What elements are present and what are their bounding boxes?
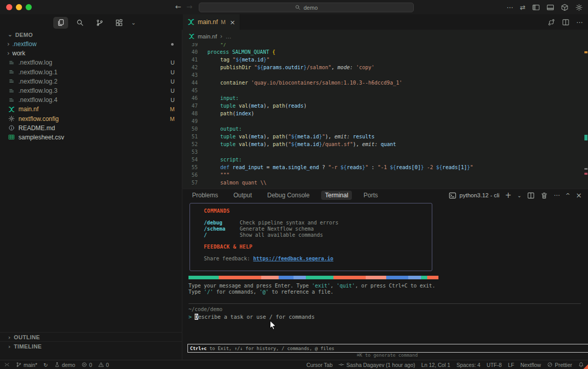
file-row-.nextflow.log.3[interactable]: .nextflow.log.3U <box>0 86 182 95</box>
toggle-sidebar-icon[interactable] <box>532 4 540 11</box>
status-item-sync[interactable]: ↻ <box>44 362 48 368</box>
explorer-files-icon[interactable] <box>53 17 68 29</box>
code-line-54[interactable]: 54script: <box>182 156 584 163</box>
file-row-work[interactable]: ›work <box>0 49 182 58</box>
timeline-section[interactable]: › TIMELINE <box>0 341 182 351</box>
status-item-main-[interactable]: main* <box>16 362 37 368</box>
extensions-icon[interactable] <box>112 17 127 29</box>
titlebar: ← → demo ⋯ ⇄ <box>0 0 588 15</box>
code-line-55[interactable]: 55def read_input = meta.single_end ? "-r… <box>182 163 584 171</box>
maximize-panel-icon[interactable]: ^ <box>565 192 570 199</box>
file-name: .nextflow.log.2 <box>18 78 57 85</box>
code-line-50[interactable]: 50output: <box>182 125 584 133</box>
nextflow-file-icon <box>188 33 195 39</box>
panel-more-icon[interactable]: ⋯ <box>554 192 560 199</box>
file-row-.nextflow.log.2[interactable]: .nextflow.log.2U <box>0 77 182 86</box>
command-center-search[interactable]: demo <box>199 3 414 12</box>
feedback-link[interactable]: https://feedback.seqera.io <box>253 256 333 261</box>
status-item-spaces-4[interactable]: Spaces: 4 <box>456 362 480 368</box>
status-item-sasha-dagayev-1-hour-ago-[interactable]: Sasha Dagayev (1 hour ago) <box>339 362 415 368</box>
activity-more-icon[interactable]: ⌄ <box>131 19 136 26</box>
file-row-.nextflow[interactable]: ›.nextflow <box>0 39 182 49</box>
file-row-.nextflow.log.1[interactable]: .nextflow.log.1U <box>0 68 182 77</box>
code-line-53[interactable]: 53 <box>182 148 584 156</box>
new-terminal-icon[interactable]: + <box>505 191 512 200</box>
code-line-43[interactable]: 43 <box>182 71 584 79</box>
code-line-51[interactable]: 51tuple val(meta), path("${meta.id}"), e… <box>182 133 584 140</box>
panel-tab-output[interactable]: Output <box>230 191 256 200</box>
terminal-profile[interactable]: python3.12 - cli <box>449 192 499 199</box>
code-line-45[interactable]: 45 <box>182 87 584 94</box>
status-item-cursor-tab[interactable]: Cursor Tab <box>306 362 332 368</box>
status-item-lf[interactable]: LF <box>508 362 514 368</box>
more-actions-icon[interactable]: ⋯ <box>507 4 513 11</box>
log-file-icon <box>7 69 15 75</box>
split-terminal-icon[interactable] <box>527 192 535 199</box>
cli-prompt-input[interactable]: > Describe a task or use / for commands <box>188 314 314 320</box>
status-item-remote[interactable] <box>4 362 10 367</box>
code-line-47[interactable]: 47tuple val(meta), path(reads) <box>182 102 584 110</box>
file-row-nextflow.config[interactable]: nextflow.configM <box>0 114 182 124</box>
source-control-icon[interactable] <box>92 17 107 29</box>
kill-terminal-icon[interactable] <box>540 192 548 199</box>
overview-ruler[interactable] <box>584 43 587 189</box>
code-line-42[interactable]: 42publishDir "${params.outdir}/salmon", … <box>182 64 584 71</box>
code-line-49[interactable]: 49 <box>182 117 584 125</box>
search-sidebar-icon[interactable] <box>73 17 88 29</box>
close-window-button[interactable] <box>6 4 12 10</box>
code-line-41[interactable]: 41tag "${meta.id}" <box>182 56 584 64</box>
outline-section[interactable]: › OUTLINE <box>0 332 182 342</box>
status-item-utf-8[interactable]: UTF-8 <box>487 362 502 368</box>
cube-icon[interactable] <box>561 4 569 11</box>
status-item-0[interactable]: 0 <box>81 362 92 368</box>
code-line-48[interactable]: 48path(index) <box>182 110 584 117</box>
status-item-demo[interactable]: demo <box>54 362 75 368</box>
status-item-prettier[interactable]: Prettier <box>547 362 572 368</box>
panel-tab-ports[interactable]: Ports <box>360 191 382 200</box>
panel-tab-problems[interactable]: Problems <box>188 191 222 200</box>
code-line-52[interactable]: 52tuple val(meta), path("${meta.id}/quan… <box>182 140 584 148</box>
split-editor-icon[interactable] <box>562 18 570 26</box>
ruler-mark <box>584 135 587 140</box>
code-line-39[interactable]: 39*/ <box>182 43 584 48</box>
file-row-.nextflow.log[interactable]: .nextflow.logU <box>0 58 182 67</box>
chevron-right-icon: › <box>8 343 11 350</box>
file-name: README.md <box>18 125 55 132</box>
terminal-dropdown-icon[interactable]: ⌄ <box>517 193 521 198</box>
vscode-window: ← → demo ⋯ ⇄ ⌄ ⌄ DEMO ›.nextflow›work.ne… <box>0 0 588 369</box>
close-panel-icon[interactable]: × <box>576 191 582 199</box>
settings-gear-icon[interactable] <box>575 4 583 11</box>
code-line-57[interactable]: 57salmon quant \\ <box>182 179 584 187</box>
activity-bar: ⌄ <box>53 17 136 29</box>
file-row-samplesheet.csv[interactable]: samplesheet.csv <box>0 133 182 142</box>
command-input-box[interactable]: Ctrl+c to Exit, ↑/↓ for history, / comma… <box>187 344 588 353</box>
forward-icon[interactable]: → <box>186 3 193 11</box>
code-line-40[interactable]: 40process SALMON_QUANT { <box>182 48 584 56</box>
file-row-README.md[interactable]: README.md <box>0 124 182 133</box>
swap-arrows-icon[interactable]: ⇄ <box>520 4 526 11</box>
explorer-section-header[interactable]: ⌄ DEMO <box>8 31 33 38</box>
code-editor[interactable]: 39*/40process SALMON_QUANT {41tag "${met… <box>182 43 584 189</box>
file-row-main.nf[interactable]: main.nfM <box>0 105 182 114</box>
status-item-0[interactable]: 0 <box>98 362 109 368</box>
feedback-label: Share feedback: <box>204 256 253 261</box>
toggle-panel-icon[interactable] <box>547 4 554 11</box>
open-changes-icon[interactable] <box>548 18 555 26</box>
tab-close-icon[interactable]: × <box>230 18 236 26</box>
tab-main-nf[interactable]: main.nf M × <box>183 14 240 30</box>
file-row-.nextflow.log.4[interactable]: .nextflow.log.4U <box>0 95 182 105</box>
status-bar: main*↻demo00 Cursor TabSasha Dagayev (1 … <box>0 360 588 369</box>
status-item-nextflow[interactable]: Nextflow <box>520 362 541 368</box>
editor-more-icon[interactable]: ⋯ <box>576 18 583 26</box>
status-item-ln-12-col-1[interactable]: Ln 12, Col 1 <box>422 362 451 368</box>
code-line-44[interactable]: 44container 'quay.io/biocontainers/salmo… <box>182 79 584 87</box>
back-icon[interactable]: ← <box>175 3 181 11</box>
panel-tab-terminal[interactable]: Terminal <box>321 191 351 200</box>
code-line-46[interactable]: 46input: <box>182 94 584 102</box>
minimize-window-button[interactable] <box>16 4 22 10</box>
chevron-right-icon: › <box>8 334 11 341</box>
code-line-56[interactable]: 56""" <box>182 171 584 179</box>
panel-tab-debug-console[interactable]: Debug Console <box>264 191 313 200</box>
zoom-window-button[interactable] <box>26 4 32 10</box>
breadcrumb[interactable]: main.nf › … <box>188 30 232 43</box>
